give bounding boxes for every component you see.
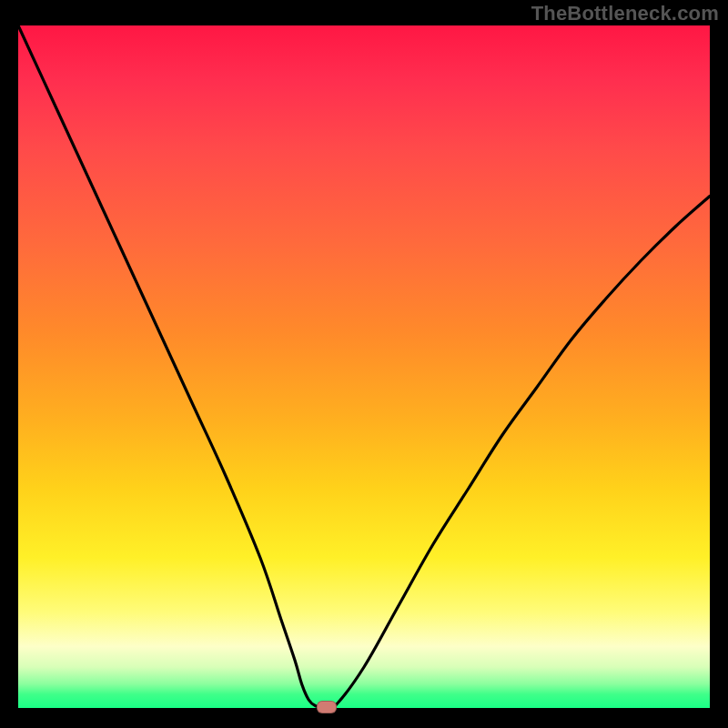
chart-frame: TheBottleneck.com	[0, 0, 728, 728]
watermark-text: TheBottleneck.com	[531, 2, 719, 25]
optimal-marker	[317, 701, 337, 713]
plot-area	[18, 25, 710, 708]
curve-path	[18, 25, 710, 709]
bottleneck-curve	[18, 25, 710, 708]
